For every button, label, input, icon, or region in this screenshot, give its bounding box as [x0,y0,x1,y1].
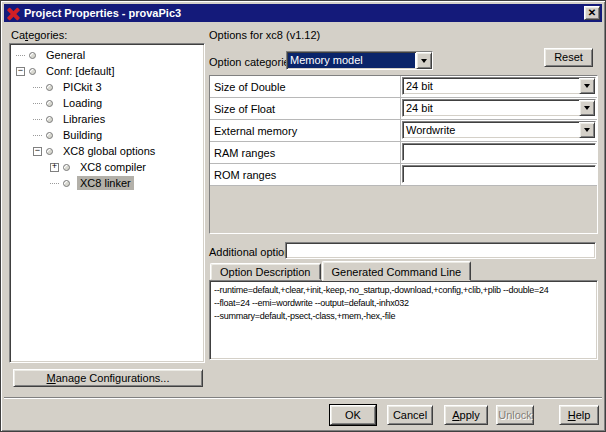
unlock-button: Unlock [496,405,534,425]
tab-strip: Option DescriptionGenerated Command Line [210,261,472,280]
dropdown-value: 24 bit [403,78,579,94]
plus-expander-icon[interactable]: + [50,163,59,172]
tree-node-icon [29,52,36,59]
option-label: Size of Float [210,98,401,120]
tree-node-icon [46,132,53,139]
option-label: Size of Double [210,76,401,98]
tree-item-label: XC8 global options [60,144,158,158]
tree-item-pickit-3[interactable]: PICkit 3 [10,79,204,95]
tree-item-label: Conf: [default] [43,64,118,78]
tree-item-label: Libraries [60,112,108,126]
tree-item-label: General [43,48,88,62]
tree-node-icon [63,164,70,171]
option-row-ram-ranges: RAM ranges [210,142,597,164]
options-table: Size of Double24 bitSize of Float24 bitE… [209,75,598,234]
help-button[interactable]: Help [559,405,599,425]
manage-configurations-button[interactable]: Manage Configurations... [13,369,203,387]
option-label: External memory [210,120,401,142]
command-line-text: --runtime=default,+clear,+init,-keep,-no… [214,284,593,297]
additional-options-input[interactable] [285,242,596,259]
tree-connector [16,55,25,56]
external-memory-dropdown[interactable]: Wordwrite [402,121,596,139]
size-of-double-dropdown[interactable]: 24 bit [402,77,596,95]
reset-button[interactable]: Reset [544,48,593,67]
option-label: RAM ranges [210,142,401,164]
project-properties-dialog: Project Properties - provaPic3 ✕ Categor… [0,0,606,432]
ram-ranges-input[interactable] [402,143,596,161]
option-value-cell: 24 bit [401,76,597,98]
tree-node-icon [29,68,36,75]
options-heading: Options for xc8 (v1.12) [209,29,320,41]
tree-connector [33,103,42,104]
apply-button[interactable]: Apply [444,405,488,425]
cancel-button[interactable]: Cancel [387,405,433,425]
tree-connector [33,135,42,136]
option-row-external-memory: External memoryWordwrite [210,120,597,142]
tree-item-label: XC8 linker [77,176,134,190]
dropdown-value: 24 bit [403,100,579,116]
option-value-cell [401,142,597,164]
option-row-rom-ranges: ROM ranges [210,164,597,186]
tree-item-label: XC8 compiler [77,160,149,174]
window-title: Project Properties - provaPic3 [24,7,181,19]
tree-node-icon [46,148,53,155]
generated-command-line-panel[interactable]: --runtime=default,+clear,+init,-keep,-no… [209,280,598,360]
categories-label: Categories: [11,29,67,41]
option-row-size-of-float: Size of Float24 bit [210,98,597,120]
option-categories-dropdown[interactable]: Memory model [286,51,433,70]
option-value-cell [401,164,597,186]
tree-node-icon [46,116,53,123]
tree-item-general[interactable]: General [10,47,204,63]
tree-item-conf-default[interactable]: −Conf: [default] [10,63,204,79]
chevron-down-icon[interactable] [579,122,595,138]
option-value-cell: 24 bit [401,98,597,120]
command-line-text: --summary=default,-psect,-class,+mem,-he… [214,310,593,323]
footer-separator [4,397,602,399]
category-tree[interactable]: General−Conf: [default]PICkit 3LoadingLi… [9,43,205,363]
mplab-x-logo-icon [7,7,20,20]
tree-node-icon [46,84,53,91]
tree-item-xc8-compiler[interactable]: +XC8 compiler [10,159,204,175]
dropdown-value: Wordwrite [403,122,579,138]
tab-option-description[interactable]: Option Description [210,263,321,280]
tree-item-label: PICkit 3 [60,80,105,94]
ok-button[interactable]: OK [330,405,376,425]
tree-item-loading[interactable]: Loading [10,95,204,111]
chevron-down-icon[interactable] [416,52,432,69]
tree-item-xc8-global-options[interactable]: −XC8 global options [10,143,204,159]
tree-connector [33,119,42,120]
tree-item-building[interactable]: Building [10,127,204,143]
tree-item-xc8-linker[interactable]: XC8 linker [10,175,204,191]
size-of-float-dropdown[interactable]: 24 bit [402,99,596,117]
tree-item-libraries[interactable]: Libraries [10,111,204,127]
option-row-size-of-double: Size of Double24 bit [210,76,597,98]
minus-expander-icon[interactable]: − [33,147,42,156]
chevron-down-icon[interactable] [579,78,595,94]
rom-ranges-input[interactable] [402,165,596,183]
tree-node-icon [63,180,70,187]
tree-item-label: Loading [60,96,105,110]
title-bar[interactable]: Project Properties - provaPic3 ✕ [4,4,602,22]
option-categories-label: Option categories: [209,56,298,68]
tree-connector [33,87,42,88]
tab-generated-command-line[interactable]: Generated Command Line [322,261,472,281]
close-icon[interactable]: ✕ [584,6,600,20]
option-label: ROM ranges [210,164,401,186]
command-line-text: --float=24 --emi=wordwrite --output=defa… [214,297,593,310]
option-categories-value: Memory model [288,53,415,68]
chevron-down-icon[interactable] [579,100,595,116]
tree-connector [50,183,59,184]
minus-expander-icon[interactable]: − [16,67,25,76]
option-value-cell: Wordwrite [401,120,597,142]
tree-node-icon [46,100,53,107]
tree-item-label: Building [60,128,105,142]
